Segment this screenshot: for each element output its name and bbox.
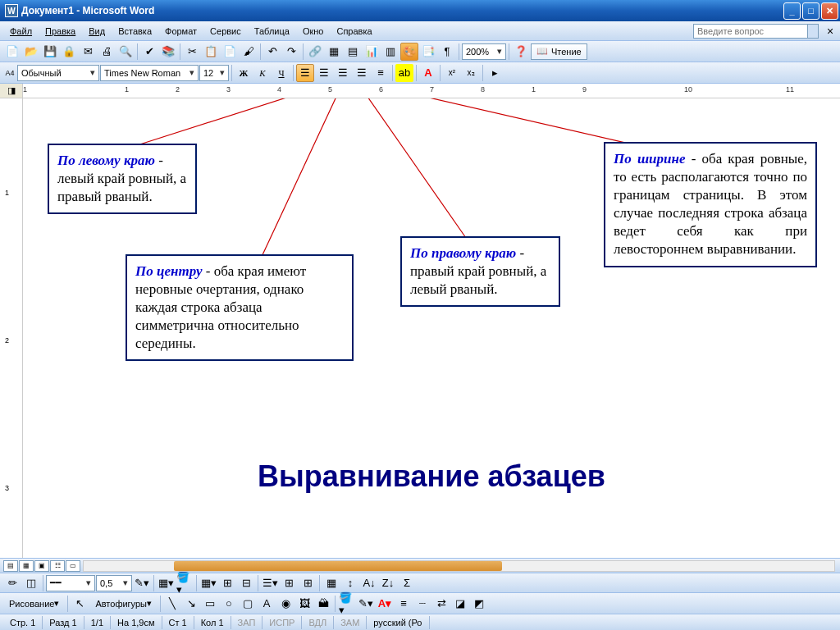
zoom-combo[interactable]: 200%▾ — [462, 43, 506, 60]
hyperlink-button[interactable]: 🔗 — [306, 43, 324, 61]
clipart-icon[interactable]: 🖼 — [295, 595, 313, 613]
autoformat-icon[interactable]: ▦ — [322, 574, 340, 592]
status-trk[interactable]: ИСПР — [262, 616, 302, 629]
align-center-button[interactable]: ☰ — [315, 64, 333, 82]
insert-table-button[interactable]: ▤ — [344, 43, 362, 61]
status-rec[interactable]: ЗАП — [231, 616, 263, 629]
tables-button[interactable]: ▦ — [325, 43, 343, 61]
eraser-icon[interactable]: ◫ — [22, 574, 40, 592]
print-button[interactable]: 🖨 — [98, 43, 116, 61]
open-button[interactable]: 📂 — [22, 43, 40, 61]
border-color-icon[interactable]: ✎▾ — [133, 574, 151, 592]
line-style-icon[interactable]: ≡ — [395, 595, 413, 613]
select-icon[interactable]: ↖ — [71, 595, 89, 613]
arrow-style-icon[interactable]: ⇄ — [432, 595, 450, 613]
status-ovr[interactable]: ЗАМ — [334, 616, 367, 629]
horizontal-ruler[interactable]: ◨ 112345678191011 — [0, 84, 840, 98]
excel-button[interactable]: 📊 — [363, 43, 381, 61]
fill-color-icon[interactable]: 🪣▾ — [338, 595, 356, 613]
email-button[interactable]: ✉ — [79, 43, 97, 61]
menu-window[interactable]: Окно — [296, 24, 331, 39]
format-painter-button[interactable]: 🖌 — [240, 43, 258, 61]
menu-format[interactable]: Формат — [158, 24, 203, 39]
spellcheck-button[interactable]: ✔ — [140, 43, 158, 61]
status-lang[interactable]: русский (Ро — [367, 616, 429, 629]
oval-icon[interactable]: ○ — [220, 595, 238, 613]
outline-view-button[interactable]: ☷ — [50, 560, 65, 572]
normal-view-button[interactable]: ▤ — [3, 560, 18, 572]
new-button[interactable]: 📄 — [3, 43, 21, 61]
menu-tools[interactable]: Сервис — [203, 24, 248, 39]
reading-view-button[interactable]: ▭ — [66, 560, 80, 572]
preview-button[interactable]: 🔍 — [116, 43, 135, 61]
web-view-button[interactable]: ▦ — [19, 560, 34, 572]
vertical-ruler[interactable]: 123 — [0, 98, 23, 558]
drawing-button[interactable]: 🎨 — [400, 43, 418, 61]
help-button[interactable]: ❓ — [512, 43, 530, 61]
distribute-cols-icon[interactable]: ⊞ — [299, 574, 317, 592]
subscript-button[interactable]: x₂ — [462, 64, 480, 82]
picture-icon[interactable]: 🏔 — [314, 595, 332, 613]
help-search-dropdown[interactable] — [807, 24, 819, 39]
autoshapes-menu[interactable]: Автофигуры ▾ — [89, 596, 158, 612]
fontsize-combo[interactable]: 12▾ — [199, 65, 229, 81]
doc-close-button[interactable]: × — [824, 25, 837, 38]
font-color-draw-icon[interactable]: A▾ — [376, 595, 394, 613]
undo-button[interactable]: ↶ — [263, 43, 281, 61]
research-button[interactable]: 📚 — [159, 43, 177, 61]
align-justify-button[interactable]: ☰ — [353, 64, 371, 82]
save-button[interactable]: 💾 — [41, 43, 59, 61]
align-icon[interactable]: ☰▾ — [261, 574, 279, 592]
style-combo[interactable]: Обычный▾ — [17, 65, 99, 81]
status-ext[interactable]: ВДЛ — [302, 616, 334, 629]
sort-desc-icon[interactable]: Z↓ — [379, 574, 397, 592]
shading-icon[interactable]: 🪣▾ — [176, 574, 194, 592]
help-search-input[interactable] — [693, 24, 808, 39]
menu-help[interactable]: Справка — [330, 24, 378, 39]
docmap-button[interactable]: 📑 — [419, 43, 437, 61]
menu-view[interactable]: Вид — [82, 24, 112, 39]
menu-file[interactable]: Файл — [3, 24, 39, 39]
line-spacing-button[interactable]: ≡ — [372, 64, 390, 82]
wordart-icon[interactable]: A — [258, 595, 276, 613]
sort-asc-icon[interactable]: A↓ — [360, 574, 378, 592]
h-scrollbar[interactable] — [83, 560, 835, 572]
insert-table-icon[interactable]: ▦▾ — [199, 574, 217, 592]
styles-pane-button[interactable]: A4 — [3, 64, 16, 82]
page[interactable]: По левому краю - левый край ровный, а пр… — [23, 98, 840, 558]
dash-style-icon[interactable]: ┈ — [413, 595, 431, 613]
showmarks-button[interactable]: ¶ — [438, 43, 456, 61]
close-button[interactable]: ✕ — [821, 2, 838, 20]
superscript-button[interactable]: x² — [443, 64, 461, 82]
diagram-icon[interactable]: ◉ — [276, 595, 294, 613]
distribute-rows-icon[interactable]: ⊞ — [280, 574, 298, 592]
italic-button[interactable]: К — [253, 64, 272, 82]
paste-button[interactable]: 📄 — [221, 43, 239, 61]
align-left-button[interactable]: ☰ — [296, 64, 314, 82]
line-style-combo[interactable]: ━━▾ — [46, 575, 95, 591]
merge-cells-icon[interactable]: ⊞ — [218, 574, 236, 592]
line-icon[interactable]: ╲ — [163, 595, 181, 613]
textbox-icon[interactable]: ▢ — [239, 595, 257, 613]
cut-button[interactable]: ✂ — [183, 43, 201, 61]
permission-button[interactable]: 🔒 — [60, 43, 78, 61]
minimize-button[interactable]: _ — [783, 2, 801, 20]
arrow-icon[interactable]: ↘ — [182, 595, 200, 613]
reading-button[interactable]: 📖 Чтение — [531, 43, 587, 60]
drawing-menu[interactable]: Рисование ▾ — [3, 596, 65, 612]
3d-icon[interactable]: ◩ — [470, 595, 488, 613]
more-button-icon[interactable]: ▸ — [486, 64, 504, 82]
split-cells-icon[interactable]: ⊟ — [237, 574, 255, 592]
shadow-icon[interactable]: ◪ — [451, 595, 469, 613]
font-color-button[interactable]: A — [419, 64, 437, 82]
line-color-icon[interactable]: ✎▾ — [357, 595, 375, 613]
highlight-button[interactable]: ab — [395, 64, 413, 82]
line-weight-combo[interactable]: 0,5▾ — [96, 575, 132, 591]
autosum-icon[interactable]: Σ — [398, 574, 416, 592]
menu-edit[interactable]: Правка — [39, 24, 82, 39]
print-view-button[interactable]: ▣ — [34, 560, 49, 572]
align-right-button[interactable]: ☰ — [334, 64, 352, 82]
maximize-button[interactable]: □ — [802, 2, 819, 20]
menu-table[interactable]: Таблица — [248, 24, 296, 39]
borders-icon[interactable]: ▦▾ — [157, 574, 175, 592]
